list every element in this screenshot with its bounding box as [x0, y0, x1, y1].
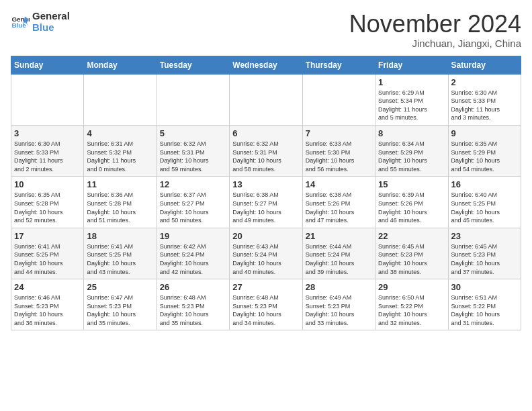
day-info: Sunrise: 6:32 AM Sunset: 5:31 PM Dayligh… — [160, 140, 226, 173]
day-info: Sunrise: 6:45 AM Sunset: 5:23 PM Dayligh… — [451, 242, 518, 276]
calendar-cell: 3Sunrise: 6:30 AM Sunset: 5:33 PM Daylig… — [11, 125, 84, 176]
logo-general: General — [32, 11, 70, 22]
calendar-cell: 30Sunrise: 6:51 AM Sunset: 5:22 PM Dayli… — [448, 279, 521, 330]
calendar-cell: 13Sunrise: 6:38 AM Sunset: 5:27 PM Dayli… — [230, 177, 302, 228]
day-info: Sunrise: 6:37 AM Sunset: 5:27 PM Dayligh… — [160, 191, 226, 224]
logo-icon: General Blue — [11, 13, 30, 32]
day-number: 8 — [378, 128, 445, 138]
day-info: Sunrise: 6:35 AM Sunset: 5:29 PM Dayligh… — [451, 140, 518, 173]
day-number: 3 — [14, 128, 81, 138]
calendar-cell — [230, 74, 302, 125]
page-header: General Blue General Blue November 2024 … — [11, 11, 521, 49]
day-info: Sunrise: 6:39 AM Sunset: 5:26 PM Dayligh… — [378, 191, 445, 224]
day-number: 28 — [306, 282, 372, 292]
day-number: 22 — [378, 231, 445, 241]
day-number: 6 — [232, 128, 299, 138]
calendar-week-row: 24Sunrise: 6:46 AM Sunset: 5:23 PM Dayli… — [11, 279, 521, 330]
day-number: 19 — [160, 231, 226, 241]
day-info: Sunrise: 6:47 AM Sunset: 5:23 PM Dayligh… — [87, 293, 153, 327]
day-info: Sunrise: 6:48 AM Sunset: 5:23 PM Dayligh… — [160, 293, 226, 327]
calendar-cell: 7Sunrise: 6:33 AM Sunset: 5:30 PM Daylig… — [302, 125, 375, 176]
day-info: Sunrise: 6:50 AM Sunset: 5:22 PM Dayligh… — [378, 293, 445, 327]
day-info: Sunrise: 6:42 AM Sunset: 5:24 PM Dayligh… — [160, 242, 226, 276]
day-number: 21 — [306, 231, 372, 241]
logo-blue: Blue — [32, 22, 70, 34]
calendar-cell — [302, 74, 375, 125]
calendar-cell: 20Sunrise: 6:43 AM Sunset: 5:24 PM Dayli… — [230, 228, 302, 279]
day-info: Sunrise: 6:32 AM Sunset: 5:31 PM Dayligh… — [232, 140, 299, 173]
calendar-cell: 24Sunrise: 6:46 AM Sunset: 5:23 PM Dayli… — [11, 279, 84, 330]
day-number: 26 — [160, 282, 226, 292]
day-number: 20 — [232, 231, 299, 241]
calendar-cell: 25Sunrise: 6:47 AM Sunset: 5:23 PM Dayli… — [84, 279, 157, 330]
calendar-cell: 28Sunrise: 6:49 AM Sunset: 5:23 PM Dayli… — [302, 279, 375, 330]
calendar-header-row: SundayMondayTuesdayWednesdayThursdayFrid… — [11, 56, 521, 74]
day-number: 13 — [232, 179, 299, 189]
col-header-monday: Monday — [84, 56, 157, 74]
day-info: Sunrise: 6:51 AM Sunset: 5:22 PM Dayligh… — [451, 293, 518, 327]
day-number: 9 — [451, 128, 518, 138]
calendar-cell: 27Sunrise: 6:48 AM Sunset: 5:23 PM Dayli… — [230, 279, 302, 330]
day-number: 1 — [378, 77, 445, 87]
day-number: 15 — [378, 179, 445, 189]
calendar-cell: 6Sunrise: 6:32 AM Sunset: 5:31 PM Daylig… — [230, 125, 302, 176]
day-info: Sunrise: 6:33 AM Sunset: 5:30 PM Dayligh… — [306, 140, 372, 173]
day-info: Sunrise: 6:34 AM Sunset: 5:29 PM Dayligh… — [378, 140, 445, 173]
day-number: 30 — [451, 282, 518, 292]
calendar-cell: 21Sunrise: 6:44 AM Sunset: 5:24 PM Dayli… — [302, 228, 375, 279]
day-number: 27 — [232, 282, 299, 292]
calendar-week-row: 10Sunrise: 6:35 AM Sunset: 5:28 PM Dayli… — [11, 177, 521, 228]
day-number: 23 — [451, 231, 518, 241]
col-header-saturday: Saturday — [448, 56, 521, 74]
day-info: Sunrise: 6:46 AM Sunset: 5:23 PM Dayligh… — [14, 293, 81, 327]
calendar-cell: 17Sunrise: 6:41 AM Sunset: 5:25 PM Dayli… — [11, 228, 84, 279]
month-title: November 2024 — [349, 11, 521, 38]
calendar-cell: 11Sunrise: 6:36 AM Sunset: 5:28 PM Dayli… — [84, 177, 157, 228]
day-number: 18 — [87, 231, 153, 241]
calendar-cell: 14Sunrise: 6:38 AM Sunset: 5:26 PM Dayli… — [302, 177, 375, 228]
day-number: 17 — [14, 231, 81, 241]
day-number: 25 — [87, 282, 153, 292]
calendar-cell: 19Sunrise: 6:42 AM Sunset: 5:24 PM Dayli… — [157, 228, 229, 279]
calendar-cell — [157, 74, 229, 125]
calendar-week-row: 3Sunrise: 6:30 AM Sunset: 5:33 PM Daylig… — [11, 125, 521, 176]
logo: General Blue General Blue — [11, 11, 70, 33]
calendar-cell — [11, 74, 84, 125]
calendar-table: SundayMondayTuesdayWednesdayThursdayFrid… — [11, 56, 521, 331]
day-info: Sunrise: 6:40 AM Sunset: 5:25 PM Dayligh… — [451, 191, 518, 224]
day-info: Sunrise: 6:36 AM Sunset: 5:28 PM Dayligh… — [87, 191, 153, 224]
calendar-week-row: 1Sunrise: 6:29 AM Sunset: 5:34 PM Daylig… — [11, 74, 521, 125]
day-number: 14 — [306, 179, 372, 189]
calendar-cell: 15Sunrise: 6:39 AM Sunset: 5:26 PM Dayli… — [375, 177, 448, 228]
calendar-cell: 23Sunrise: 6:45 AM Sunset: 5:23 PM Dayli… — [448, 228, 521, 279]
day-info: Sunrise: 6:44 AM Sunset: 5:24 PM Dayligh… — [306, 242, 372, 276]
calendar-cell — [84, 74, 157, 125]
day-info: Sunrise: 6:29 AM Sunset: 5:34 PM Dayligh… — [378, 89, 445, 122]
day-info: Sunrise: 6:49 AM Sunset: 5:23 PM Dayligh… — [306, 293, 372, 327]
calendar-cell: 29Sunrise: 6:50 AM Sunset: 5:22 PM Dayli… — [375, 279, 448, 330]
day-number: 16 — [451, 179, 518, 189]
day-number: 12 — [160, 179, 226, 189]
calendar-cell: 16Sunrise: 6:40 AM Sunset: 5:25 PM Dayli… — [448, 177, 521, 228]
day-number: 11 — [87, 179, 153, 189]
calendar-cell: 9Sunrise: 6:35 AM Sunset: 5:29 PM Daylig… — [448, 125, 521, 176]
day-info: Sunrise: 6:41 AM Sunset: 5:25 PM Dayligh… — [14, 242, 81, 276]
calendar-cell: 5Sunrise: 6:32 AM Sunset: 5:31 PM Daylig… — [157, 125, 229, 176]
day-number: 2 — [451, 77, 518, 87]
day-info: Sunrise: 6:31 AM Sunset: 5:32 PM Dayligh… — [87, 140, 153, 173]
day-number: 24 — [14, 282, 81, 292]
day-info: Sunrise: 6:35 AM Sunset: 5:28 PM Dayligh… — [14, 191, 81, 224]
calendar-cell: 12Sunrise: 6:37 AM Sunset: 5:27 PM Dayli… — [157, 177, 229, 228]
calendar-cell: 1Sunrise: 6:29 AM Sunset: 5:34 PM Daylig… — [375, 74, 448, 125]
day-number: 4 — [87, 128, 153, 138]
day-info: Sunrise: 6:45 AM Sunset: 5:23 PM Dayligh… — [378, 242, 445, 276]
day-number: 7 — [306, 128, 372, 138]
calendar-cell: 8Sunrise: 6:34 AM Sunset: 5:29 PM Daylig… — [375, 125, 448, 176]
calendar-week-row: 17Sunrise: 6:41 AM Sunset: 5:25 PM Dayli… — [11, 228, 521, 279]
calendar-cell: 10Sunrise: 6:35 AM Sunset: 5:28 PM Dayli… — [11, 177, 84, 228]
calendar-cell: 18Sunrise: 6:41 AM Sunset: 5:25 PM Dayli… — [84, 228, 157, 279]
col-header-sunday: Sunday — [11, 56, 84, 74]
day-number: 10 — [14, 179, 81, 189]
title-block: November 2024 Jinchuan, Jiangxi, China — [349, 11, 521, 49]
day-info: Sunrise: 6:43 AM Sunset: 5:24 PM Dayligh… — [232, 242, 299, 276]
